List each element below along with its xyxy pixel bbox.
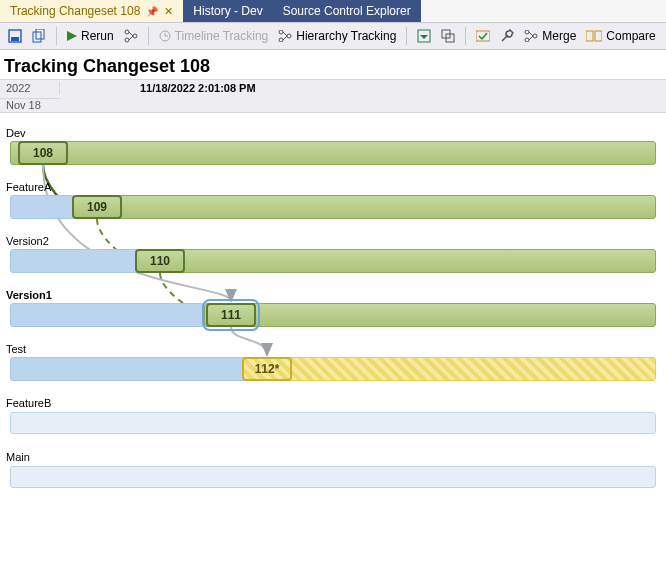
lane-track	[10, 465, 656, 489]
lane-track: 108	[10, 141, 656, 165]
wrench-icon[interactable]	[496, 25, 518, 47]
date-header: 2022 11/18/2022 2:01:08 PM Nov 18	[0, 79, 666, 113]
changeset-node[interactable]: 111	[206, 303, 256, 327]
compare-label: Compare	[606, 29, 655, 43]
hierarchy-tracking-button[interactable]: Hierarchy Tracking	[274, 25, 400, 47]
svg-marker-13	[420, 35, 428, 39]
day-label: Nov 18	[0, 98, 60, 111]
svg-rect-21	[595, 31, 602, 41]
svg-point-7	[133, 34, 137, 38]
changeset-node[interactable]: 109	[72, 195, 122, 219]
check-icon[interactable]	[472, 25, 494, 47]
empty-bar	[10, 412, 656, 434]
tab-tracking-changeset[interactable]: Tracking Changeset 108 📌 ✕	[0, 0, 183, 22]
tab-label: History - Dev	[193, 4, 262, 18]
lane-label: Version2	[0, 231, 666, 249]
tab-label: Tracking Changeset 108	[10, 4, 140, 18]
svg-point-11	[287, 34, 291, 38]
svg-marker-4	[67, 31, 77, 41]
lane: Dev108	[0, 113, 666, 165]
svg-point-17	[525, 30, 529, 34]
lane: Main	[0, 435, 666, 489]
hierarchy-tracking-label: Hierarchy Tracking	[296, 29, 396, 43]
svg-point-18	[525, 38, 529, 42]
lane: Test112*	[0, 327, 666, 381]
lane-label: FeatureA	[0, 177, 666, 195]
merge-button[interactable]: Merge	[520, 25, 580, 47]
separator	[465, 27, 466, 45]
lane-track: 111	[10, 303, 656, 327]
svg-point-19	[533, 34, 537, 38]
separator	[406, 27, 407, 45]
svg-point-6	[125, 38, 129, 42]
lane-label: Dev	[0, 123, 666, 141]
lane-track	[10, 411, 656, 435]
save-icon[interactable]	[4, 25, 26, 47]
yellow-bar	[268, 357, 656, 381]
compare-button[interactable]: Compare	[582, 25, 659, 47]
page-title: Tracking Changeset 108	[0, 50, 666, 79]
lane-label: FeatureB	[0, 393, 666, 411]
fit-icon[interactable]	[413, 25, 435, 47]
svg-rect-20	[586, 31, 593, 41]
toolbar: Rerun Timeline Tracking Hierarchy Tracki…	[0, 22, 666, 50]
lane-track: 110	[10, 249, 656, 273]
lane-track: 112*	[10, 357, 656, 381]
blue-bar	[10, 195, 75, 219]
empty-bar	[10, 466, 656, 488]
svg-rect-3	[36, 29, 44, 39]
timeline-tracking-button[interactable]: Timeline Tracking	[155, 25, 273, 47]
green-bar	[10, 141, 656, 165]
lane: Version2110	[0, 219, 666, 273]
svg-rect-2	[33, 32, 41, 42]
tab-label: Source Control Explorer	[283, 4, 411, 18]
lane-label: Version1	[0, 285, 666, 303]
svg-point-5	[125, 30, 129, 34]
tab-source-control-explorer[interactable]: Source Control Explorer	[273, 0, 421, 22]
svg-point-9	[279, 30, 283, 34]
rerun-label: Rerun	[81, 29, 114, 43]
zoom-100-icon[interactable]	[437, 25, 459, 47]
lane: FeatureB	[0, 381, 666, 435]
changeset-node[interactable]: 108	[18, 141, 68, 165]
blue-bar	[10, 249, 139, 273]
green-bar	[75, 195, 656, 219]
svg-rect-16	[476, 31, 490, 41]
close-icon[interactable]: ✕	[164, 5, 173, 18]
merge-label: Merge	[542, 29, 576, 43]
changeset-node[interactable]: 112*	[242, 357, 292, 381]
lane: Version1111	[0, 273, 666, 327]
blue-bar	[10, 303, 204, 327]
lane-label: Test	[0, 339, 666, 357]
green-bar	[204, 303, 656, 327]
separator	[148, 27, 149, 45]
svg-point-10	[279, 38, 283, 42]
svg-rect-1	[11, 37, 19, 41]
timestamp-label: 11/18/2022 2:01:08 PM	[60, 82, 256, 94]
rerun-button[interactable]: Rerun	[63, 25, 118, 47]
blue-bar	[10, 357, 268, 381]
timeline-chart[interactable]: Dev108FeatureA109Version2110Version1111T…	[0, 113, 666, 573]
lane: FeatureA109	[0, 165, 666, 219]
tab-history[interactable]: History - Dev	[183, 0, 272, 22]
lane-track: 109	[10, 195, 656, 219]
year-label: 2022	[0, 82, 60, 94]
copy-icon[interactable]	[28, 25, 50, 47]
pin-icon[interactable]: 📌	[146, 6, 158, 17]
branch-icon[interactable]	[120, 25, 142, 47]
lane-label: Main	[0, 447, 666, 465]
tab-strip: Tracking Changeset 108 📌 ✕ History - Dev…	[0, 0, 666, 22]
green-bar	[139, 249, 656, 273]
separator	[56, 27, 57, 45]
changeset-node[interactable]: 110	[135, 249, 185, 273]
timeline-tracking-label: Timeline Tracking	[175, 29, 269, 43]
